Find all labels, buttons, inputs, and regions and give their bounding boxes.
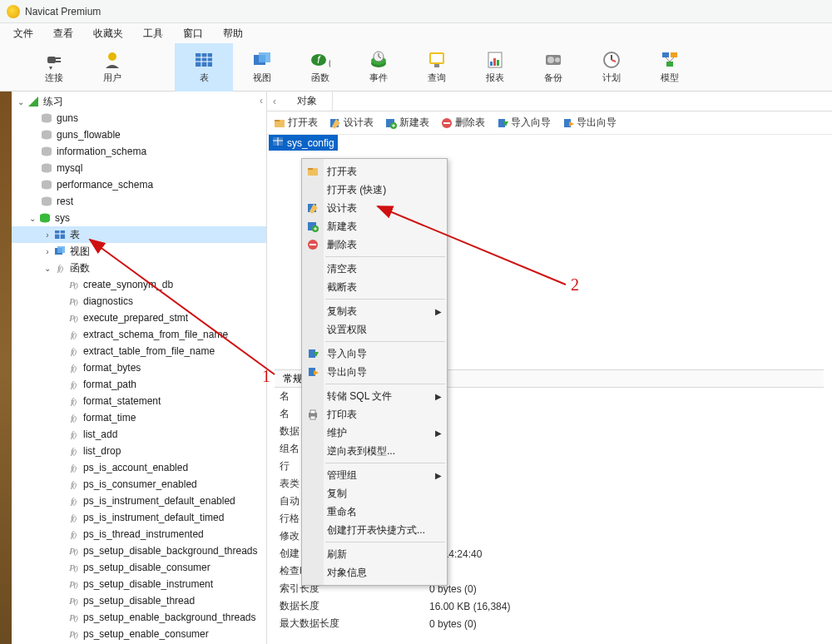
toolbar-user[interactable]: 用户 [83, 43, 141, 92]
tree-function[interactable]: ps_setup_disable_background_threads [12, 542, 266, 559]
tree-connection[interactable]: ⌄ 练习 [12, 93, 266, 110]
cm-item[interactable]: 逆向表到模型... [302, 442, 447, 460]
cm-item[interactable]: 新建表 [302, 217, 447, 235]
tab-scroll-left-icon[interactable]: ‹ [267, 96, 282, 107]
menu-help[interactable]: 帮助 [223, 27, 243, 41]
toolbar-schedule[interactable]: 计划 [582, 43, 641, 92]
cm-item[interactable]: 导出向导 [302, 363, 447, 381]
tree-function[interactable]: format_time [12, 409, 266, 426]
tree-function[interactable]: ps_is_account_enabled [12, 459, 266, 476]
btn-export-wizard[interactable]: 导出向导 [559, 114, 620, 131]
tree-function[interactable]: format_path [12, 376, 266, 393]
tree-function[interactable]: list_add [12, 426, 266, 443]
expander-icon[interactable]: ⌄ [15, 97, 27, 107]
tree-function[interactable]: ps_setup_disable_thread [12, 592, 266, 609]
tree-label: ps_setup_enable_background_threads [83, 612, 256, 623]
cm-item[interactable]: 刷新 [302, 545, 447, 563]
tree-db[interactable]: performance_schema [12, 176, 266, 193]
cm-item[interactable]: 设计表 [302, 199, 447, 217]
cm-item[interactable]: 创建打开表快捷方式... [302, 521, 447, 539]
btn-delete-table[interactable]: 删除表 [438, 114, 488, 131]
toolbar-model[interactable]: 模型 [641, 43, 699, 92]
expander-icon[interactable]: › [42, 247, 53, 256]
table-item-sys_config[interactable]: sys_config [269, 135, 338, 151]
toolbar-backup[interactable]: 备份 [524, 43, 582, 92]
tree-category-view[interactable]: › 视图 [12, 243, 266, 260]
tree-category-table[interactable]: › 表 [12, 226, 266, 243]
tree-db[interactable]: guns_flowable [12, 126, 266, 143]
menu-view[interactable]: 查看 [53, 27, 73, 41]
object-tabstrip: ‹ 对象 [267, 92, 832, 111]
toolbar-function[interactable]: f(x) 函数 [291, 43, 349, 92]
cm-item[interactable]: 管理组▶ [302, 466, 447, 484]
toolbar-query[interactable]: 查询 [408, 43, 466, 92]
connection-tree[interactable]: ⌄ 练习 gunsguns_flowableinformation_schema… [12, 92, 267, 644]
btn-open-table[interactable]: 打开表 [270, 114, 321, 131]
cm-label: 复制 [327, 487, 347, 501]
cm-item[interactable]: 打开表 [302, 162, 447, 181]
tree-function[interactable]: execute_prepared_stmt [12, 310, 266, 326]
tree-function[interactable]: ps_is_thread_instrumented [12, 526, 266, 542]
tree-function[interactable]: ps_is_instrument_default_enabled [12, 493, 266, 509]
collapse-handle-icon[interactable]: ‹ [260, 95, 263, 107]
database-icon [40, 111, 53, 125]
tree-db[interactable]: rest [12, 193, 266, 210]
btn-design-table[interactable]: 设计表 [326, 114, 377, 131]
tree-function[interactable]: ps_setup_disable_consumer [12, 559, 266, 576]
tab-objects[interactable]: 对象 [282, 92, 333, 111]
toolbar-label: 事件 [369, 72, 388, 84]
tree-db[interactable]: mysql [12, 160, 266, 176]
tree-function[interactable]: format_statement [12, 393, 266, 409]
cm-item[interactable]: 截断表 [302, 278, 447, 296]
cm-item[interactable]: 转储 SQL 文件▶ [302, 387, 447, 405]
tree-db[interactable]: guns [12, 110, 266, 126]
toolbar-label: 函数 [311, 72, 329, 84]
toolbar-view[interactable]: 视图 [233, 43, 291, 92]
cm-item[interactable]: 打印表 [302, 405, 447, 424]
btn-new-table[interactable]: 新建表 [382, 114, 433, 131]
cm-item[interactable]: 维护▶ [302, 424, 447, 442]
tree-function[interactable]: diagnostics [12, 293, 266, 310]
tree-function[interactable]: ps_setup_enable_consumer [12, 626, 266, 642]
tree-function[interactable]: create_synonym_db [12, 276, 266, 293]
tree-db-sys[interactable]: ⌄ sys [12, 210, 266, 226]
toolbar-report[interactable]: 报表 [466, 43, 524, 92]
cm-label: 删除表 [327, 238, 357, 252]
export-icon [562, 117, 574, 129]
tree-category-function[interactable]: ⌄ 函数 [12, 260, 266, 276]
toolbar-connection[interactable]: 连接 [25, 43, 83, 92]
fx-icon [67, 494, 80, 508]
toolbar-event[interactable]: 事件 [349, 43, 408, 92]
cm-item[interactable]: 重命名 [302, 503, 447, 521]
cm-item[interactable]: 删除表 [302, 235, 447, 254]
menu-window[interactable]: 窗口 [183, 27, 203, 41]
btn-import-wizard[interactable]: 导入向导 [493, 114, 554, 131]
cm-item[interactable]: 清空表 [302, 260, 447, 278]
menu-favorites[interactable]: 收藏夹 [93, 27, 123, 41]
btn-label: 删除表 [455, 116, 485, 130]
tree-function[interactable]: list_drop [12, 443, 266, 459]
tree-function[interactable]: format_bytes [12, 359, 266, 376]
cm-item[interactable]: 打开表 (快速) [302, 181, 447, 199]
svg-point-29 [555, 57, 560, 62]
tree-function[interactable]: ps_is_consumer_enabled [12, 476, 266, 493]
fx-icon [67, 594, 80, 607]
toolbar-table[interactable]: 表 [175, 43, 233, 92]
tree-function[interactable]: ps_setup_disable_instrument [12, 576, 266, 592]
expander-icon[interactable]: ⌄ [42, 264, 53, 273]
menu-file[interactable]: 文件 [13, 27, 33, 41]
menu-tools[interactable]: 工具 [143, 27, 163, 41]
tree-function[interactable]: ps_is_instrument_default_timed [12, 509, 266, 526]
tree-function[interactable]: extract_table_from_file_name [12, 343, 266, 359]
cm-item[interactable]: 设置权限 [302, 320, 447, 339]
expander-icon[interactable]: ⌄ [27, 214, 38, 223]
cm-item[interactable]: 复制表▶ [302, 302, 447, 320]
expander-icon[interactable]: › [42, 230, 53, 240]
cm-item[interactable]: 导入向导 [302, 344, 447, 363]
tree-function[interactable]: ps_setup_enable_background_threads [12, 609, 266, 626]
cm-item[interactable]: 复制 [302, 484, 447, 503]
tree-db[interactable]: information_schema [12, 143, 266, 160]
cm-item[interactable]: 对象信息 [302, 563, 447, 582]
tree-function[interactable]: extract_schema_from_file_name [12, 326, 266, 343]
database-icon [40, 128, 53, 141]
